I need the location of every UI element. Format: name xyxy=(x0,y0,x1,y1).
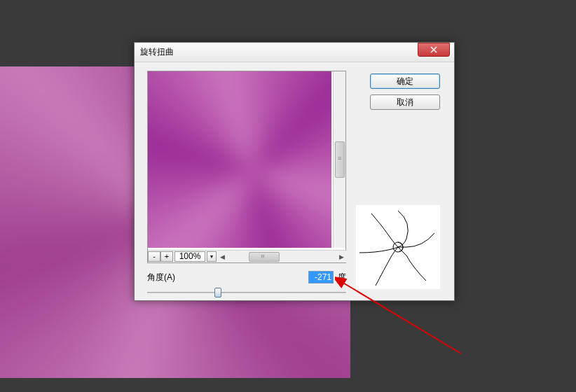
zoom-in-button[interactable]: + xyxy=(160,251,173,262)
effect-thumbnail xyxy=(356,205,440,289)
ok-button[interactable]: 确定 xyxy=(370,74,440,89)
swirl-icon xyxy=(356,205,440,289)
angle-input[interactable]: -271 xyxy=(308,271,334,284)
angle-slider[interactable] xyxy=(147,286,346,299)
close-button[interactable] xyxy=(418,43,450,57)
zoom-scroll-bar: - + 100% ▾ ◀ ▶ xyxy=(148,250,347,262)
scrollbar-horizontal[interactable] xyxy=(228,251,336,262)
zoom-out-button[interactable]: - xyxy=(148,251,160,262)
angle-row: 角度(A) -271 度 xyxy=(147,271,346,284)
slider-thumb[interactable] xyxy=(214,288,221,298)
angle-label: 角度(A) xyxy=(147,272,175,284)
dialog-body: - + 100% ▾ ◀ ▶ 角度(A) -271 度 确定 取消 xyxy=(135,62,454,300)
preview-area: - + 100% ▾ ◀ ▶ xyxy=(147,71,346,263)
preview-image[interactable] xyxy=(148,71,331,248)
cancel-button[interactable]: 取消 xyxy=(370,94,440,110)
close-icon xyxy=(430,46,437,53)
dialog-title: 旋转扭曲 xyxy=(140,46,174,58)
twirl-dialog: 旋转扭曲 - + 100% ▾ ◀ ▶ xyxy=(134,42,455,301)
preview-swirl xyxy=(148,71,331,248)
zoom-value: 100% xyxy=(174,251,205,262)
scrollbar-h-thumb[interactable] xyxy=(249,252,280,262)
slider-track xyxy=(147,292,346,293)
zoom-dropdown[interactable]: ▾ xyxy=(207,251,217,262)
scrollbar-v-thumb[interactable] xyxy=(335,141,345,178)
scroll-left-button[interactable]: ◀ xyxy=(217,251,228,262)
scroll-right-button[interactable]: ▶ xyxy=(336,251,347,262)
angle-unit: 度 xyxy=(338,272,346,284)
titlebar[interactable]: 旋转扭曲 xyxy=(135,43,454,62)
scrollbar-vertical[interactable] xyxy=(333,71,345,248)
